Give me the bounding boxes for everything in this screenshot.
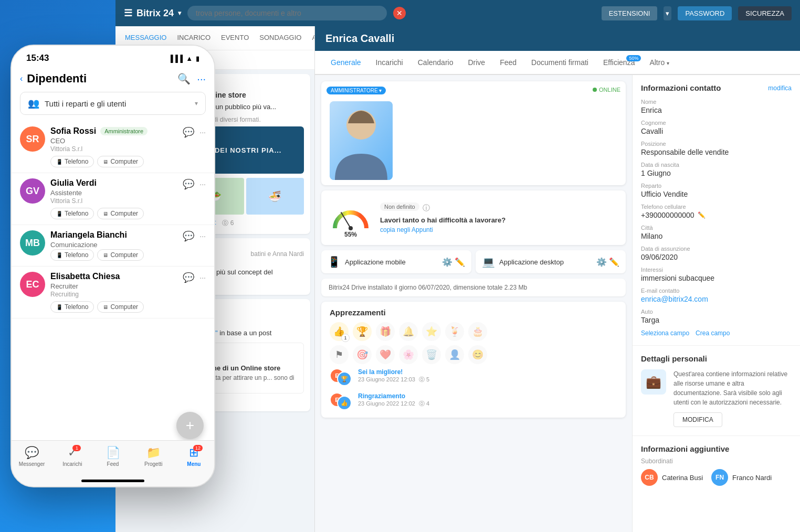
admin-badge: AMMINISTRATORE ▾ [327, 87, 386, 94]
mobile-edit-icon[interactable]: ✏️ [455, 257, 465, 267]
badge-thumbsup[interactable]: 👍1 [330, 322, 349, 341]
phone-edit-icon[interactable]: ✏️ [698, 211, 706, 219]
badge-heart[interactable]: ❤️ [376, 345, 395, 364]
emp-company-sofia: Vittoria S.r.l [50, 145, 177, 153]
contact-email[interactable]: enrica@bitrix24.com [641, 295, 792, 303]
badge-trophy[interactable]: 🏆 [353, 322, 372, 341]
back-button[interactable]: ‹ [20, 74, 23, 83]
emp-tag-computer-mariangela[interactable]: 🖥 Computer [97, 249, 144, 261]
password-button[interactable]: PASSWORD [678, 6, 732, 20]
emp-name-sofia: Sofia Rossi [50, 126, 96, 136]
employee-item-sofia[interactable]: SR Sofia Rossi Amministratore CEO Vittor… [12, 121, 214, 173]
employee-item-giulia[interactable]: GV Giulia Verdi Assistente Vittoria S.r.… [12, 173, 214, 225]
badge-bin[interactable]: 🗑️ [422, 345, 441, 364]
tab-evento[interactable]: EVENTO [216, 26, 254, 50]
badge-flag[interactable]: ⚑ [330, 345, 349, 364]
messenger-nav-label: Messenger [19, 461, 45, 467]
sicurezza-button[interactable]: SICUREZZA [738, 6, 792, 20]
badge-star[interactable]: ⭐ [422, 322, 441, 341]
phone-more-button[interactable]: ··· [197, 73, 206, 85]
emp-tag-telefono-giulia[interactable]: 📱 Telefono [50, 208, 94, 219]
menu-nav-label: Menu [187, 461, 201, 467]
employee-item-mariangela[interactable]: MB Mariangela Bianchi Comunicazione 📱 Te… [12, 225, 214, 267]
badges-row-2: ⚑ 🎯 ❤️ 🌸 🗑️ 👤 😊 [330, 345, 617, 364]
badge-gift[interactable]: 🎁 [376, 322, 395, 341]
emp-tag-computer-sofia[interactable]: 🖥 Computer [97, 156, 144, 167]
estensioni-button[interactable]: ESTENSIONI [602, 6, 658, 20]
emp-dots-btn-mariangela[interactable]: ··· [199, 232, 206, 240]
nav-incarichi[interactable]: ✓ 1 Incarichi [52, 446, 92, 467]
personal-description: Quest'area contiene informazioni relativ… [673, 369, 792, 407]
dept-filter[interactable]: 👥 Tutti i reparti e gli utenti ▾ [20, 92, 206, 115]
badge-smile[interactable]: 😊 [468, 345, 487, 364]
emp-msg-btn-mariangela[interactable]: 💬 [183, 230, 194, 242]
profile-card: AMMINISTRATORE ▾ ONLINE [321, 81, 626, 185]
emp-tag-computer-elisabetta[interactable]: 🖥 Computer [97, 301, 144, 313]
nav-feed[interactable]: 📄 Feed [92, 446, 133, 467]
tab-altro[interactable]: Altro ▾ [642, 51, 677, 75]
close-search-button[interactable]: ✕ [393, 7, 406, 19]
emp-dots-btn-sofia[interactable]: ··· [199, 128, 206, 136]
emp-tag-telefono-mariangela[interactable]: 📱 Telefono [50, 249, 94, 261]
info-icon[interactable]: ⓘ [423, 204, 430, 213]
phone-search-button[interactable]: 🔍 [177, 72, 191, 85]
sub-avatar-caterina: CB [641, 469, 658, 486]
profile-photo-svg [330, 101, 393, 180]
nav-progetti[interactable]: 📁 Progetti [133, 446, 174, 467]
emp-msg-btn-sofia[interactable]: 💬 [183, 126, 194, 138]
appreciations-widget: Apprezzamenti 👍1 🏆 🎁 🔔 ⭐ 🍹 🎂 ⚑ [321, 302, 626, 418]
emp-dots-btn-elisabetta[interactable]: ··· [199, 273, 206, 282]
emp-msg-btn-giulia[interactable]: 💬 [183, 178, 194, 190]
nav-menu[interactable]: ⊞ 12 Menu [174, 446, 214, 467]
seleziona-campo-btn[interactable]: Seleziona campo [641, 329, 689, 337]
badge-flower[interactable]: 🌸 [399, 345, 418, 364]
emp-actions-elisabetta: 💬 ··· [183, 272, 206, 283]
contact-field-nascita: Data di nascita 1 Giugno [641, 162, 792, 177]
emp-role-sofia: CEO [50, 137, 177, 145]
badge-person[interactable]: 👤 [445, 345, 464, 364]
emp-msg-btn-elisabetta[interactable]: 💬 [183, 272, 194, 283]
tab-generale[interactable]: Generale [323, 51, 369, 75]
stress-info: Non definito ⓘ Lavori tanto o hai diffic… [380, 203, 617, 233]
feed-actions-2[interactable]: batini e Anna Nardi [251, 250, 304, 258]
desktop-edit-icon[interactable]: ✏️ [609, 257, 619, 267]
global-search-input[interactable] [187, 6, 387, 20]
badge-target[interactable]: 🎯 [353, 345, 372, 364]
stress-copy-link[interactable]: copia negli Appunti [380, 226, 617, 233]
tab-calendario[interactable]: Calendario [410, 51, 461, 75]
contact-field-posizione: Posizione Responsabile delle vendite [641, 141, 792, 156]
mobile-settings-icon[interactable]: ⚙️ [442, 257, 452, 267]
svg-point-3 [349, 226, 353, 230]
phone-number: +390000000000 [641, 211, 694, 219]
emp-tag-telefono-sofia[interactable]: 📱 Telefono [50, 156, 94, 167]
emp-tag-telefono-elisabetta[interactable]: 📱 Telefono [50, 301, 94, 313]
tab-feed[interactable]: Feed [492, 51, 524, 75]
home-indicator[interactable] [81, 480, 144, 482]
nav-messenger[interactable]: 💬 Messenger [12, 446, 52, 467]
logo-dropdown-icon[interactable]: ▾ [178, 9, 181, 17]
incarichi-nav-badge: 1 [72, 445, 81, 451]
contact-field-email: E-mail contatto enrica@bitrix24.com [641, 288, 792, 303]
badge-bell[interactable]: 🔔 [399, 322, 418, 341]
estensioni-dropdown-button[interactable]: ▾ [664, 6, 671, 20]
sub-avatar-franco: FN [711, 469, 728, 486]
tab-drive[interactable]: Drive [460, 51, 492, 75]
tab-sondaggio[interactable]: SONDAGGIO [254, 26, 307, 50]
emp-dots-btn-giulia[interactable]: ··· [199, 180, 206, 188]
emp-tag-computer-giulia[interactable]: 🖥 Computer [97, 208, 144, 219]
tab-efficienza[interactable]: Efficienza 50% [596, 51, 642, 75]
tab-incarichi[interactable]: Incarichi [369, 51, 410, 75]
desktop-settings-icon[interactable]: ⚙️ [596, 257, 607, 267]
contact-edit-btn[interactable]: modifica [768, 84, 792, 92]
badge-cocktail[interactable]: 🍹 [445, 322, 464, 341]
tab-more[interactable]: A [307, 26, 315, 50]
modify-button[interactable]: MODIFICA [673, 412, 722, 427]
employee-item-elisabetta[interactable]: EC Elisabetta Chiesa Recruiter Recruitin… [12, 267, 214, 318]
crea-campo-btn[interactable]: Crea campo [696, 329, 730, 337]
feed-nav-icon: 📄 [106, 446, 120, 460]
fab-button[interactable]: + [176, 412, 204, 439]
tab-documenti-firmati[interactable]: Documenti firmati [524, 51, 596, 75]
badge-cake[interactable]: 🎂 [468, 322, 487, 341]
additional-title: Informazioni aggiuntive [641, 444, 792, 453]
hamburger-icon[interactable]: ☰ [124, 7, 132, 19]
